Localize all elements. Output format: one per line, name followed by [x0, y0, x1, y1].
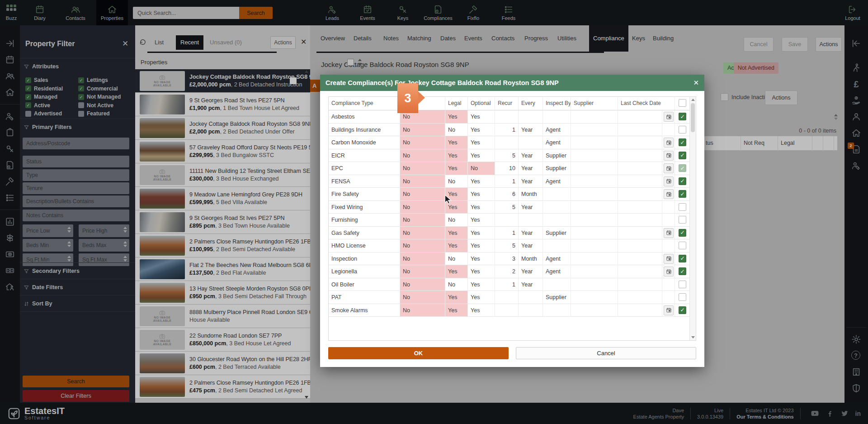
compliance-type-cell[interactable]: Legionella — [329, 265, 400, 278]
every-cell[interactable]: Year — [519, 201, 543, 214]
supplier-cell[interactable] — [571, 136, 618, 149]
recur-cell[interactable]: 1 — [495, 175, 519, 188]
recur-cell[interactable]: 6 — [495, 188, 519, 201]
legal-cell[interactable]: Yes — [445, 291, 468, 304]
compliance-type-cell[interactable]: FENSA — [329, 175, 400, 188]
exists-cell[interactable]: No — [400, 252, 445, 266]
calendar-button[interactable] — [664, 254, 674, 264]
legal-cell[interactable]: Yes — [445, 265, 468, 278]
supplier-cell[interactable] — [571, 227, 618, 240]
compliance-type-cell[interactable]: Oil Boiler — [329, 278, 400, 291]
every-cell[interactable] — [519, 136, 543, 149]
every-cell[interactable] — [519, 214, 543, 227]
calendar-button[interactable] — [664, 151, 674, 161]
calendar-button[interactable] — [664, 176, 674, 186]
row-checkbox[interactable] — [679, 281, 686, 288]
compliance-type-cell[interactable]: Furnishing — [329, 214, 400, 227]
row-checkbox[interactable]: ✓ — [679, 306, 686, 314]
exists-cell[interactable]: No — [400, 227, 445, 240]
scroll-down-icon[interactable] — [691, 336, 695, 338]
supplier-cell[interactable] — [571, 188, 618, 201]
last-check-date-cell[interactable] — [618, 291, 662, 304]
supplier-cell[interactable] — [571, 265, 618, 278]
row-checkbox[interactable]: ✓ — [679, 255, 686, 262]
supplier-cell[interactable] — [571, 304, 618, 317]
recur-cell[interactable] — [495, 291, 519, 304]
calendar-button[interactable] — [664, 112, 674, 122]
exists-cell[interactable]: No — [400, 214, 445, 227]
last-check-date-cell[interactable] — [618, 239, 662, 252]
legal-cell[interactable]: No — [445, 252, 468, 266]
every-cell[interactable]: Month — [519, 252, 543, 266]
exists-cell[interactable]: No — [400, 239, 445, 252]
exists-cell[interactable]: No — [400, 162, 445, 175]
calendar-button[interactable] — [664, 189, 674, 199]
last-check-date-cell[interactable] — [618, 175, 662, 188]
inspect-by-cell[interactable] — [543, 214, 571, 227]
optional-cell[interactable]: Yes — [468, 227, 495, 240]
compliance-type-cell[interactable]: Inspection — [329, 252, 400, 266]
modal-cancel-button[interactable]: Cancel — [516, 347, 696, 359]
inspect-by-cell[interactable] — [543, 304, 571, 317]
inspect-by-cell[interactable]: Supplier — [543, 162, 571, 175]
compliance-type-cell[interactable]: Fire Safety — [329, 188, 400, 201]
every-cell[interactable]: Year — [519, 162, 543, 175]
inspect-by-cell[interactable] — [543, 278, 571, 291]
optional-cell[interactable]: Yes — [468, 265, 495, 278]
optional-cell[interactable]: Yes — [468, 149, 495, 162]
supplier-cell[interactable] — [571, 291, 618, 304]
recur-cell[interactable]: 1 — [495, 227, 519, 240]
supplier-cell[interactable] — [571, 149, 618, 162]
inspect-by-cell[interactable]: Supplier — [543, 149, 571, 162]
last-check-date-cell[interactable] — [618, 124, 662, 137]
recur-cell[interactable] — [495, 214, 519, 227]
legal-cell[interactable]: Yes — [445, 162, 468, 175]
recur-cell[interactable]: 1 — [495, 278, 519, 291]
last-check-date-cell[interactable] — [618, 149, 662, 162]
every-cell[interactable] — [519, 304, 543, 317]
exists-cell[interactable]: No — [400, 136, 445, 149]
inspect-by-cell[interactable]: Agent — [543, 136, 571, 149]
optional-cell[interactable]: Yes — [468, 110, 495, 124]
legal-cell[interactable]: No — [445, 214, 468, 227]
supplier-cell[interactable] — [571, 278, 618, 291]
compliance-type-cell[interactable]: Fixed Wiring — [329, 201, 400, 214]
exists-cell[interactable]: No — [400, 188, 445, 201]
legal-cell[interactable]: Yes — [445, 149, 468, 162]
compliance-type-cell[interactable]: Buildings Insurance — [329, 124, 400, 137]
ok-button[interactable]: OK — [328, 347, 509, 359]
recur-cell[interactable]: 2 — [495, 265, 519, 278]
recur-cell[interactable]: 5 — [495, 239, 519, 252]
row-checkbox[interactable]: ✓ — [679, 138, 686, 146]
optional-cell[interactable]: Yes — [468, 304, 495, 317]
last-check-date-cell[interactable] — [618, 136, 662, 149]
optional-cell[interactable]: No — [468, 162, 495, 175]
supplier-cell[interactable] — [571, 162, 618, 175]
row-checkbox[interactable]: ✓ — [679, 164, 686, 172]
exists-cell[interactable]: No — [400, 124, 445, 137]
optional-cell[interactable]: Yes — [468, 239, 495, 252]
compliance-type-cell[interactable]: Carbon Monoxide — [329, 136, 400, 149]
compliance-type-cell[interactable]: EICR — [329, 149, 400, 162]
calendar-button[interactable] — [664, 163, 674, 173]
exists-cell[interactable]: No — [400, 175, 445, 188]
last-check-date-cell[interactable] — [618, 304, 662, 317]
row-checkbox[interactable]: ✓ — [679, 113, 686, 120]
recur-cell[interactable]: 10 — [495, 162, 519, 175]
row-checkbox[interactable]: ✓ — [679, 152, 686, 159]
row-checkbox[interactable] — [679, 293, 686, 301]
select-all-checkbox[interactable] — [679, 99, 686, 107]
last-check-date-cell[interactable] — [618, 227, 662, 240]
calendar-button[interactable] — [664, 267, 674, 276]
every-cell[interactable]: Year — [519, 149, 543, 162]
compliance-type-cell[interactable]: PAT — [329, 291, 400, 304]
legal-cell[interactable]: Yes — [445, 304, 468, 317]
supplier-cell[interactable] — [571, 201, 618, 214]
optional-cell[interactable]: Yes — [468, 201, 495, 214]
inspect-by-cell[interactable]: Agent — [543, 175, 571, 188]
every-cell[interactable] — [519, 291, 543, 304]
calendar-button[interactable] — [664, 228, 674, 238]
every-cell[interactable]: Year — [519, 227, 543, 240]
row-checkbox[interactable] — [679, 216, 686, 224]
exists-cell[interactable]: No — [400, 265, 445, 278]
